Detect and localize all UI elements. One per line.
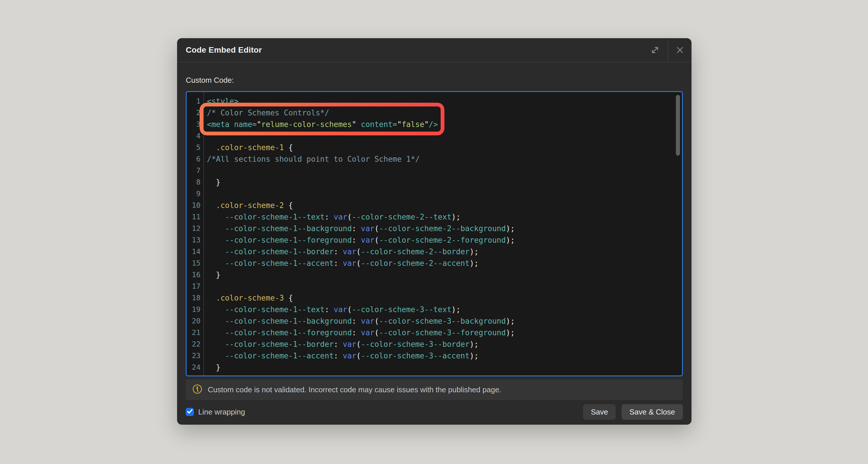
line-number: 7 <box>187 165 200 177</box>
code-line: } <box>207 269 682 281</box>
checkmark-icon <box>186 408 193 416</box>
line-number: 8 <box>187 177 200 188</box>
line-number: 12 <box>187 223 200 234</box>
code-line: --color-scheme-1--border: var(--color-sc… <box>207 338 682 350</box>
line-number: 18 <box>187 292 200 304</box>
code-line: <meta name="relume-color-schemes" conten… <box>207 119 682 130</box>
code-line: --color-scheme-1--text: var(--color-sche… <box>207 211 682 223</box>
line-number: 11 <box>187 211 200 223</box>
line-number: 13 <box>187 234 200 246</box>
custom-code-label: Custom Code: <box>186 76 683 85</box>
close-button[interactable] <box>669 38 691 62</box>
gutter: 123456789101112131415161718192021222324 <box>187 92 204 375</box>
validation-notice-text: Custom code is not validated. Incorrect … <box>208 385 501 394</box>
code-line: .color-scheme-2 { <box>207 199 682 211</box>
dialog-body: Custom Code: 123456789101112131415161718… <box>177 76 691 400</box>
line-wrapping-checkbox[interactable] <box>186 408 194 416</box>
validation-notice: Custom code is not validated. Incorrect … <box>186 379 683 400</box>
code-line <box>207 188 682 199</box>
code-line: /* Color Schemes Controls*/ <box>207 107 682 119</box>
dialog-footer: Line wrapping Save Save & Close <box>177 404 691 420</box>
line-number: 9 <box>187 188 200 199</box>
line-number: 24 <box>187 362 200 373</box>
code-line: --color-scheme-1--text: var(--color-sche… <box>207 304 682 315</box>
code-line: --color-scheme-1--accent: var(--color-sc… <box>207 350 682 362</box>
code-editor[interactable]: 123456789101112131415161718192021222324 … <box>186 91 683 376</box>
dialog-header: Code Embed Editor <box>177 38 691 62</box>
code-line: .color-scheme-3 { <box>207 292 682 304</box>
line-number: 14 <box>187 246 200 257</box>
code-line: --color-scheme-1--foreground: var(--colo… <box>207 234 682 246</box>
info-icon <box>191 383 208 396</box>
code-line: .color-scheme-1 { <box>207 142 682 153</box>
code-line: --color-scheme-1--border: var(--color-sc… <box>207 246 682 257</box>
code-line: } <box>207 177 682 188</box>
line-number: 17 <box>187 281 200 292</box>
save-button[interactable]: Save <box>583 404 616 420</box>
line-number: 1 <box>187 95 200 107</box>
line-number: 21 <box>187 327 200 338</box>
code-line: --color-scheme-1--foreground: var(--colo… <box>207 327 682 338</box>
line-number: 2 <box>187 107 200 119</box>
code-line: --color-scheme-1--background: var(--colo… <box>207 223 682 234</box>
code-line: --color-scheme-1--background: var(--colo… <box>207 315 682 327</box>
line-number: 4 <box>187 130 200 142</box>
code-line: --color-scheme-1--accent: var(--color-sc… <box>207 257 682 269</box>
line-number: 19 <box>187 304 200 315</box>
line-number: 22 <box>187 338 200 350</box>
scrollbar-thumb[interactable] <box>676 95 680 156</box>
line-number: 10 <box>187 199 200 211</box>
code-line <box>207 130 682 142</box>
code-line <box>207 165 682 177</box>
line-number: 3 <box>187 119 200 130</box>
code-line: } <box>207 362 682 373</box>
expand-button[interactable] <box>642 38 668 62</box>
dialog-title: Code Embed Editor <box>177 45 642 55</box>
line-wrapping-toggle[interactable]: Line wrapping <box>186 408 245 416</box>
code-line <box>207 281 682 292</box>
line-wrapping-label: Line wrapping <box>198 408 245 416</box>
line-number: 15 <box>187 257 200 269</box>
code-lines[interactable]: <style>/* Color Schemes Controls*/<meta … <box>204 92 682 375</box>
line-number: 20 <box>187 315 200 327</box>
line-number: 23 <box>187 350 200 362</box>
save-and-close-button[interactable]: Save & Close <box>621 404 683 420</box>
line-number: 6 <box>187 153 200 165</box>
line-number: 16 <box>187 269 200 281</box>
expand-icon <box>650 45 660 55</box>
line-number: 5 <box>187 142 200 153</box>
code-line: <style> <box>207 95 682 107</box>
code-embed-editor-dialog: Code Embed Editor Custom Code: 12 <box>177 38 691 425</box>
action-buttons: Save Save & Close <box>583 404 683 420</box>
code-line: /*All sections should point to Color Sch… <box>207 153 682 165</box>
close-icon <box>675 45 685 55</box>
